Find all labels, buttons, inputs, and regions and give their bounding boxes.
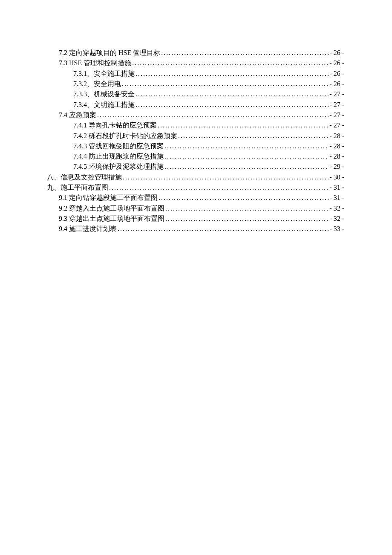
toc-entry-page: - 32 - [329, 214, 344, 224]
toc-entry-label: 9.3 穿越出土点施工场地平面布置图 [59, 214, 164, 224]
toc-entry-label: 九、施工平面布置图 [47, 182, 108, 193]
toc-entry: 9.2 穿越入土点施工场地平面布置图- 32 - [47, 203, 344, 214]
toc-entry-page: - 26 - [329, 48, 344, 58]
toc-leader-dots [121, 79, 329, 89]
toc-entry: 7.4.2 砾石段扩孔时卡钻的应急预案- 28 - [47, 131, 344, 141]
toc-leader-dots [117, 224, 329, 234]
toc-leader-dots [164, 151, 329, 162]
toc-entry-page: - 26 - [329, 79, 344, 89]
toc-leader-dots [96, 110, 329, 120]
toc-entry-page: - 31 - [329, 182, 344, 193]
toc-entry: 7.4.3 管线回拖受阻的应急预案- 28 - [47, 141, 344, 151]
toc-entry-label: 7.4.3 管线回拖受阻的应急预案 [73, 141, 164, 151]
toc-entry-page: - 27 - [329, 110, 344, 120]
toc-entry: 7.3.3、机械设备安全- 27 - [47, 89, 344, 99]
toc-entry: 7.3.1、安全施工措施- 26 - [47, 69, 344, 79]
toc-leader-dots [157, 120, 329, 130]
toc-entry-page: - 28 - [329, 151, 344, 162]
toc-entry-label: 7.3 HSE 管理和控制措施 [59, 58, 131, 68]
toc-entry-label: 7.3.3、机械设备安全 [73, 89, 135, 99]
toc-entry-label: 9.2 穿越入土点施工场地平面布置图 [59, 203, 164, 214]
toc-entry-page: - 26 - [329, 58, 344, 68]
toc-leader-dots [158, 193, 329, 203]
toc-entry-page: - 32 - [329, 203, 344, 214]
toc-leader-dots [131, 58, 329, 68]
toc-entry-page: - 26 - [329, 69, 344, 79]
toc-entry-page: - 28 - [329, 131, 344, 141]
toc-leader-dots [160, 48, 329, 58]
toc-entry-label: 7.2 定向穿越项目的 HSE 管理目标 [59, 48, 160, 58]
toc-entry-label: 7.3.1、安全施工措施 [73, 69, 135, 79]
toc-entry-page: - 31 - [329, 193, 344, 203]
toc-entry: 7.4.5 环境保护及泥浆处理措施- 29 - [47, 162, 344, 172]
toc-leader-dots [108, 182, 329, 193]
toc-entry-label: 7.4.1 导向孔卡钻的应急预案 [73, 120, 157, 130]
toc-entry: 7.4 应急预案- 27 - [47, 110, 344, 120]
toc-leader-dots [164, 162, 329, 172]
toc-entry: 9.1 定向钻穿越段施工平面布置图- 31 - [47, 193, 344, 203]
toc-entry-label: 八、信息及文控管理措施 [47, 172, 122, 182]
toc-leader-dots [135, 89, 329, 99]
toc-entry: 9.4 施工进度计划表- 33 - [47, 224, 344, 234]
toc-entry: 7.3.2、安全用电- 26 - [47, 79, 344, 89]
toc-entry-page: - 29 - [329, 162, 344, 172]
toc-entry-label: 7.4.2 砾石段扩孔时卡钻的应急预案 [73, 131, 177, 141]
toc-entry-page: - 27 - [329, 89, 344, 99]
toc-entry: 9.3 穿越出土点施工场地平面布置图- 32 - [47, 214, 344, 224]
toc-entry-page: - 30 - [329, 172, 344, 182]
toc-entry-label: 9.4 施工进度计划表 [59, 224, 117, 234]
toc-entry-page: - 27 - [329, 100, 344, 110]
toc-entry-label: 7.3.2、安全用电 [73, 79, 121, 89]
toc-entry: 八、信息及文控管理措施- 30 - [47, 172, 344, 182]
toc-entry: 7.3 HSE 管理和控制措施- 26 - [47, 58, 344, 68]
toc-entry-page: - 27 - [329, 120, 344, 130]
toc-entry-label: 7.3.4、文明施工措施 [73, 100, 135, 110]
toc-leader-dots [135, 69, 329, 79]
toc-entry-label: 7.4.4 防止出现跑浆的应急措施 [73, 151, 164, 162]
toc-entry-page: - 33 - [329, 224, 344, 234]
toc-leader-dots [122, 172, 329, 182]
toc-entry: 7.3.4、文明施工措施- 27 - [47, 100, 344, 110]
toc-leader-dots [164, 214, 329, 224]
toc-entry: 7.4.1 导向孔卡钻的应急预案- 27 - [47, 120, 344, 130]
toc-entry-label: 9.1 定向钻穿越段施工平面布置图 [59, 193, 158, 203]
toc-leader-dots [164, 203, 329, 214]
toc-entry-label: 7.4 应急预案 [59, 110, 96, 120]
toc-leader-dots [135, 100, 329, 110]
toc-leader-dots [164, 141, 329, 151]
toc-entry: 7.2 定向穿越项目的 HSE 管理目标- 26 - [47, 48, 344, 58]
toc-entry-label: 7.4.5 环境保护及泥浆处理措施 [73, 162, 164, 172]
table-of-contents: 7.2 定向穿越项目的 HSE 管理目标- 26 -7.3 HSE 管理和控制措… [47, 48, 344, 234]
toc-leader-dots [177, 131, 329, 141]
toc-entry: 7.4.4 防止出现跑浆的应急措施- 28 - [47, 151, 344, 162]
toc-entry-page: - 28 - [329, 141, 344, 151]
toc-entry: 九、施工平面布置图- 31 - [47, 182, 344, 193]
